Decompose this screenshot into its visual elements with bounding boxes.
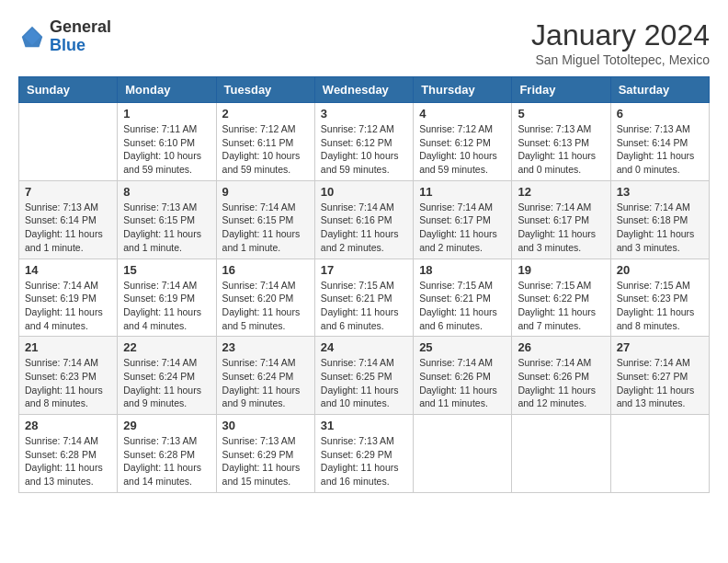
calendar-cell (610, 415, 709, 493)
day-number: 24 (321, 340, 407, 354)
weekday-header-tuesday: Tuesday (216, 77, 314, 103)
day-info: Sunrise: 7:13 AM Sunset: 6:28 PM Dayligh… (123, 434, 210, 488)
calendar-cell: 24Sunrise: 7:14 AM Sunset: 6:25 PM Dayli… (314, 337, 413, 415)
day-info: Sunrise: 7:13 AM Sunset: 6:14 PM Dayligh… (617, 122, 703, 177)
calendar-header: SundayMondayTuesdayWednesdayThursdayFrid… (19, 77, 710, 103)
calendar-cell: 22Sunrise: 7:14 AM Sunset: 6:24 PM Dayli… (118, 337, 216, 415)
day-info: Sunrise: 7:14 AM Sunset: 6:23 PM Dayligh… (25, 356, 111, 410)
day-number: 25 (419, 340, 506, 354)
day-number: 31 (321, 419, 407, 432)
day-number: 22 (123, 340, 210, 354)
calendar-cell: 30Sunrise: 7:13 AM Sunset: 6:29 PM Dayli… (216, 415, 314, 493)
day-info: Sunrise: 7:15 AM Sunset: 6:23 PM Dayligh… (617, 279, 703, 333)
calendar-cell: 29Sunrise: 7:13 AM Sunset: 6:28 PM Dayli… (118, 415, 216, 493)
calendar-cell: 6Sunrise: 7:13 AM Sunset: 6:14 PM Daylig… (610, 103, 709, 181)
calendar-cell: 28Sunrise: 7:14 AM Sunset: 6:28 PM Dayli… (19, 415, 118, 493)
weekday-header-wednesday: Wednesday (314, 77, 413, 103)
day-info: Sunrise: 7:14 AM Sunset: 6:27 PM Dayligh… (617, 356, 703, 410)
location-title: San Miguel Totoltepec, Mexico (531, 52, 710, 67)
weekday-header-saturday: Saturday (610, 77, 709, 103)
calendar-cell: 8Sunrise: 7:13 AM Sunset: 6:15 PM Daylig… (118, 180, 216, 259)
calendar-cell: 23Sunrise: 7:14 AM Sunset: 6:24 PM Dayli… (216, 337, 314, 415)
month-title: January 2024 (531, 18, 710, 52)
day-info: Sunrise: 7:15 AM Sunset: 6:22 PM Dayligh… (518, 279, 604, 333)
calendar-cell: 31Sunrise: 7:13 AM Sunset: 6:29 PM Dayli… (314, 415, 413, 493)
calendar-cell: 17Sunrise: 7:15 AM Sunset: 6:21 PM Dayli… (314, 259, 413, 337)
day-number: 19 (518, 263, 604, 277)
weekday-header-sunday: Sunday (19, 77, 118, 103)
calendar-cell: 3Sunrise: 7:12 AM Sunset: 6:12 PM Daylig… (314, 103, 413, 181)
title-block: January 2024 San Miguel Totoltepec, Mexi… (531, 18, 710, 67)
day-info: Sunrise: 7:15 AM Sunset: 6:21 PM Dayligh… (419, 279, 506, 333)
day-info: Sunrise: 7:14 AM Sunset: 6:26 PM Dayligh… (518, 356, 604, 410)
calendar-cell: 11Sunrise: 7:14 AM Sunset: 6:17 PM Dayli… (414, 180, 512, 259)
calendar-cell: 7Sunrise: 7:13 AM Sunset: 6:14 PM Daylig… (19, 180, 118, 259)
calendar-cell: 21Sunrise: 7:14 AM Sunset: 6:23 PM Dayli… (19, 337, 118, 415)
day-number: 7 (25, 185, 111, 199)
calendar-cell: 5Sunrise: 7:13 AM Sunset: 6:13 PM Daylig… (512, 103, 610, 181)
logo-general-text: General (50, 18, 111, 37)
day-number: 15 (123, 263, 210, 277)
calendar-cell: 12Sunrise: 7:14 AM Sunset: 6:17 PM Dayli… (512, 180, 610, 259)
day-info: Sunrise: 7:14 AM Sunset: 6:19 PM Dayligh… (123, 279, 210, 333)
day-info: Sunrise: 7:14 AM Sunset: 6:25 PM Dayligh… (321, 356, 407, 410)
day-number: 5 (518, 107, 604, 121)
logo: General Blue (18, 18, 111, 55)
weekday-header-row: SundayMondayTuesdayWednesdayThursdayFrid… (19, 77, 710, 103)
calendar-week-4: 21Sunrise: 7:14 AM Sunset: 6:23 PM Dayli… (19, 337, 710, 415)
calendar-cell: 26Sunrise: 7:14 AM Sunset: 6:26 PM Dayli… (512, 337, 610, 415)
day-number: 23 (222, 340, 309, 354)
day-info: Sunrise: 7:11 AM Sunset: 6:10 PM Dayligh… (123, 122, 210, 177)
calendar-cell (414, 415, 512, 493)
calendar-cell: 15Sunrise: 7:14 AM Sunset: 6:19 PM Dayli… (118, 259, 216, 337)
page-header: General Blue January 2024 San Miguel Tot… (18, 18, 710, 67)
day-info: Sunrise: 7:13 AM Sunset: 6:14 PM Dayligh… (25, 201, 111, 255)
day-number: 2 (222, 107, 309, 121)
calendar-cell: 4Sunrise: 7:12 AM Sunset: 6:12 PM Daylig… (414, 103, 512, 181)
day-info: Sunrise: 7:12 AM Sunset: 6:12 PM Dayligh… (321, 122, 407, 177)
calendar-cell: 13Sunrise: 7:14 AM Sunset: 6:18 PM Dayli… (610, 180, 709, 259)
day-info: Sunrise: 7:13 AM Sunset: 6:13 PM Dayligh… (518, 122, 604, 177)
calendar-week-5: 28Sunrise: 7:14 AM Sunset: 6:28 PM Dayli… (19, 415, 710, 493)
day-number: 4 (419, 107, 506, 121)
day-info: Sunrise: 7:13 AM Sunset: 6:29 PM Dayligh… (321, 434, 407, 488)
calendar-week-1: 1Sunrise: 7:11 AM Sunset: 6:10 PM Daylig… (19, 103, 710, 181)
calendar-cell (19, 103, 118, 181)
day-info: Sunrise: 7:12 AM Sunset: 6:12 PM Dayligh… (419, 122, 506, 177)
day-info: Sunrise: 7:14 AM Sunset: 6:17 PM Dayligh… (518, 201, 604, 255)
day-number: 16 (222, 263, 309, 277)
day-info: Sunrise: 7:14 AM Sunset: 6:28 PM Dayligh… (25, 434, 111, 488)
day-number: 30 (222, 419, 309, 432)
day-number: 21 (25, 340, 111, 354)
day-info: Sunrise: 7:14 AM Sunset: 6:26 PM Dayligh… (419, 356, 506, 410)
calendar-cell: 14Sunrise: 7:14 AM Sunset: 6:19 PM Dayli… (19, 259, 118, 337)
day-number: 3 (321, 107, 407, 121)
calendar-week-3: 14Sunrise: 7:14 AM Sunset: 6:19 PM Dayli… (19, 259, 710, 337)
calendar-cell: 1Sunrise: 7:11 AM Sunset: 6:10 PM Daylig… (118, 103, 216, 181)
calendar-week-2: 7Sunrise: 7:13 AM Sunset: 6:14 PM Daylig… (19, 180, 710, 259)
calendar-table: SundayMondayTuesdayWednesdayThursdayFrid… (18, 76, 710, 493)
calendar-cell: 10Sunrise: 7:14 AM Sunset: 6:16 PM Dayli… (314, 180, 413, 259)
weekday-header-monday: Monday (118, 77, 216, 103)
day-info: Sunrise: 7:12 AM Sunset: 6:11 PM Dayligh… (222, 122, 309, 177)
weekday-header-thursday: Thursday (414, 77, 512, 103)
day-info: Sunrise: 7:14 AM Sunset: 6:24 PM Dayligh… (123, 356, 210, 410)
day-number: 17 (321, 263, 407, 277)
calendar-cell: 25Sunrise: 7:14 AM Sunset: 6:26 PM Dayli… (414, 337, 512, 415)
logo-blue-text: Blue (50, 37, 111, 55)
calendar-cell: 2Sunrise: 7:12 AM Sunset: 6:11 PM Daylig… (216, 103, 314, 181)
day-number: 12 (518, 185, 604, 199)
weekday-header-friday: Friday (512, 77, 610, 103)
day-number: 20 (617, 263, 703, 277)
calendar-cell: 18Sunrise: 7:15 AM Sunset: 6:21 PM Dayli… (414, 259, 512, 337)
day-info: Sunrise: 7:15 AM Sunset: 6:21 PM Dayligh… (321, 279, 407, 333)
logo-text: General Blue (50, 18, 111, 55)
day-info: Sunrise: 7:14 AM Sunset: 6:15 PM Dayligh… (222, 201, 309, 255)
day-info: Sunrise: 7:14 AM Sunset: 6:17 PM Dayligh… (419, 201, 506, 255)
day-number: 8 (123, 185, 210, 199)
day-number: 28 (25, 419, 111, 432)
day-number: 13 (617, 185, 703, 199)
day-number: 14 (25, 263, 111, 277)
calendar-cell: 9Sunrise: 7:14 AM Sunset: 6:15 PM Daylig… (216, 180, 314, 259)
calendar-cell (512, 415, 610, 493)
